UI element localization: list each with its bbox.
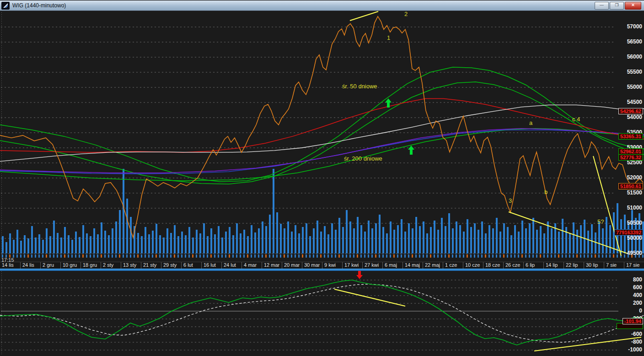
price-value-label: 52776.32 — [618, 154, 643, 161]
date-axis-label: 6 lip — [523, 262, 544, 269]
volume-bar — [371, 228, 373, 254]
volume-bar — [196, 230, 198, 254]
session-tick — [346, 254, 347, 258]
volume-bar — [364, 232, 366, 254]
volume-bar — [324, 226, 326, 254]
wave-annotation: c 4 — [572, 116, 580, 123]
ma50-upper-line — [0, 67, 644, 182]
up-arrow-icon — [408, 146, 414, 150]
date-axis-label: 12 mar — [262, 262, 282, 269]
session-tick — [115, 254, 117, 258]
indicator-value-label: -101.94 — [623, 318, 643, 324]
session-tick — [349, 254, 351, 258]
session-tick — [503, 254, 504, 258]
session-tick — [382, 254, 384, 258]
volume-bar — [393, 230, 395, 254]
session-tick — [437, 254, 439, 258]
volume-bar — [536, 230, 538, 254]
price-axis-tick: 50000 — [627, 235, 642, 241]
price-axis-tick: 55000 — [627, 84, 642, 90]
session-tick — [452, 254, 453, 258]
session-tick — [291, 254, 292, 258]
volume-bar — [342, 227, 344, 254]
volume-bar — [456, 221, 457, 254]
date-axis-label: 14 lis — [0, 262, 20, 269]
session-tick — [280, 254, 281, 258]
session-tick — [540, 254, 541, 258]
volume-bar — [284, 228, 285, 254]
volume-bar — [470, 227, 472, 254]
volume-bar — [569, 233, 571, 254]
volume-bar — [576, 230, 578, 254]
volume-bar — [119, 210, 121, 254]
price-axis-tick: 51500 — [627, 189, 642, 196]
session-tick — [554, 254, 556, 258]
restore-button[interactable]: ❐ — [610, 2, 624, 10]
session-tick — [174, 254, 175, 258]
session-tick — [587, 254, 589, 258]
volume-bar — [408, 223, 410, 254]
date-axis-label: 2 gru — [40, 262, 61, 269]
session-tick — [287, 254, 289, 258]
volume-bar — [97, 234, 99, 254]
volume-bar — [90, 236, 91, 254]
volume-bar — [452, 228, 454, 254]
close-button[interactable]: ✕ — [625, 2, 641, 10]
session-tick — [606, 254, 607, 258]
date-axis-label: 2 sty — [101, 262, 121, 269]
ma-purple-line — [0, 129, 644, 173]
chart-canvas[interactable] — [0, 0, 644, 356]
volume-bar — [82, 225, 84, 254]
session-tick — [573, 254, 574, 258]
session-tick — [79, 254, 80, 258]
volume-bar — [214, 234, 216, 254]
down-arrow-icon — [356, 275, 363, 279]
session-tick — [60, 254, 62, 258]
price-value-label: 52962.01 — [618, 148, 643, 155]
session-tick — [199, 254, 201, 258]
volume-bar — [152, 231, 154, 254]
session-tick — [423, 254, 424, 258]
session-tick — [485, 254, 486, 258]
volume-bar — [27, 238, 29, 254]
indicator-axis-tick: 800 — [633, 276, 642, 283]
session-tick — [404, 254, 406, 258]
session-tick — [46, 254, 47, 258]
volume-bar — [218, 226, 220, 254]
volume-bar — [199, 233, 201, 254]
volume-bar — [543, 233, 545, 254]
volume-bar — [221, 237, 223, 254]
minimize-button[interactable]: — — [595, 2, 609, 10]
session-tick — [357, 254, 358, 258]
volume-bar — [485, 233, 487, 254]
titlebar[interactable]: WIG (1440-minutowo) — ❐ ✕ — [0, 0, 644, 11]
date-axis-label: 20 mar — [282, 262, 302, 269]
up-arrow-icon — [387, 102, 390, 108]
session-tick — [75, 254, 76, 258]
indicator-axis-tick: -800 — [631, 339, 642, 345]
volume-bar — [478, 230, 479, 254]
x-scrollbar[interactable] — [0, 269, 644, 271]
volume-bar — [243, 230, 245, 254]
app-window: WIG (1440-minutowo) — ❐ ✕ 17:15 57000565… — [0, 0, 644, 356]
volume-bar — [320, 232, 322, 254]
app-icon — [1, 2, 10, 10]
session-tick — [415, 254, 417, 258]
volume-bar — [108, 235, 110, 254]
volume-bar — [419, 226, 421, 254]
volume-bar — [397, 225, 399, 254]
session-tick — [236, 254, 237, 258]
wave-annotation: śr. 200 dniowe — [344, 155, 382, 162]
date-axis-label: 14 lip — [543, 262, 564, 269]
macd-line — [0, 280, 644, 345]
session-tick — [141, 254, 142, 258]
volume-bar — [141, 236, 143, 254]
session-tick — [514, 254, 515, 258]
volume-bar — [573, 222, 574, 254]
session-tick — [159, 254, 161, 258]
volume-bar — [448, 213, 450, 254]
session-tick — [551, 254, 552, 258]
volume-bar — [79, 237, 80, 254]
date-axis-label: 30 mar — [302, 262, 322, 269]
volume-bar — [159, 235, 161, 254]
